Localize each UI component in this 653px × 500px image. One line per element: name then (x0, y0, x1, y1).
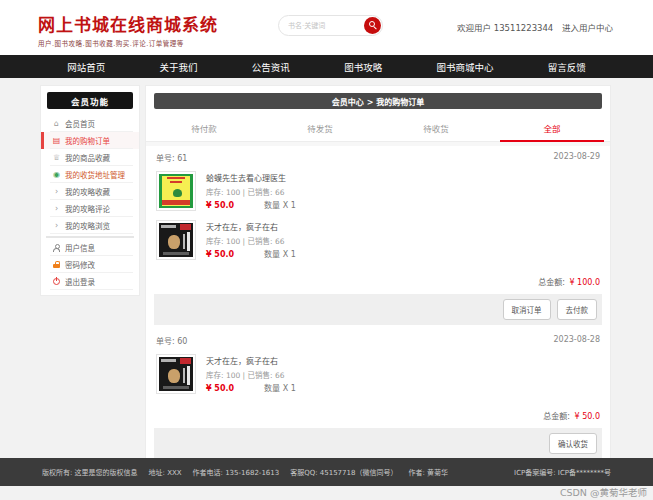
price-line: ¥ 50.0 数量 X 1 (206, 382, 296, 393)
sidebar-item-label: 密码修改 (65, 259, 95, 270)
sidebar-item-address-management[interactable]: ◉ 我的收货地址管理 (41, 166, 139, 183)
item-quantity: 数量 X 1 (264, 382, 296, 393)
order-header: 单号: 61 2023-08-29 (154, 142, 602, 171)
item-quantity: 数量 X 1 (264, 199, 296, 210)
sidebar-item-product-favorites[interactable]: ♕ 我的商品收藏 (41, 149, 139, 166)
home-icon: ⌂ (51, 119, 62, 128)
site-subtitle: 用户.图书攻略.图书收藏.购买.评论.订单管理等 (38, 38, 218, 48)
orders-panel: 会员中心 > 我的购物订单 待付款 待发货 待收货 全部 单号: 61 2023… (145, 85, 611, 472)
item-info: 天才在左，疯子在右 库存: 100 | 已销售: 66 ¥ 50.0 数量 X … (206, 220, 296, 260)
confirm-receipt-button[interactable]: 确认收货 (549, 433, 597, 454)
online-bookstore-page: { "colors": { "brand_red": "#c01212", "a… (0, 0, 653, 500)
order-line-item: 天才在左，疯子在右 库存: 100 | 已销售: 66 ¥ 50.0 数量 X … (156, 354, 600, 394)
brand: 网上书城在线商城系统 用户.图书攻略.图书收藏.购买.评论.订单管理等 (38, 11, 218, 48)
user-icon (51, 244, 62, 252)
sidebar-item-label: 退出登录 (65, 276, 95, 287)
sidebar-item-member-home[interactable]: ⌂ 会员首页 (41, 115, 139, 132)
power-icon (51, 278, 62, 285)
footer-phone: 作者电话: 135-1682-1613 (193, 467, 280, 477)
nav-item-about[interactable]: 关于我们 (159, 60, 197, 74)
tab-pending-payment[interactable]: 待付款 (146, 115, 262, 141)
page-header: 网上书城在线商城系统 用户.图书攻略.图书收藏.购买.评论.订单管理等 欢迎用户… (0, 0, 653, 55)
cancel-order-button[interactable]: 取消订单 (503, 299, 551, 320)
sidebar-title: 会员功能 (47, 92, 133, 109)
user-center-link[interactable]: 进入用户中心 (562, 23, 613, 33)
crown-icon: ♕ (51, 153, 62, 162)
page-footer: 版权所有: 这里是您的版权信息 地址: XXX 作者电话: 135-1682-1… (0, 458, 653, 486)
footer-author: 作者: 黄菊华 (408, 467, 448, 477)
search-icon (369, 21, 375, 27)
item-price: ¥ 50.0 (206, 384, 234, 393)
sidebar-item-label: 会员首页 (65, 118, 95, 129)
price-line: ¥ 50.0 数量 X 1 (206, 199, 296, 210)
total-amount: ¥ 100.0 (569, 278, 600, 287)
tab-all[interactable]: 全部 (494, 115, 610, 141)
order-total-row: 总金额: ¥ 100.0 (154, 269, 602, 294)
book-title[interactable]: 天才在左，疯子在右 (206, 355, 296, 366)
search-button[interactable] (364, 17, 381, 34)
item-info: 蛤蟆先生去看心理医生 库存: 100 | 已销售: 66 ¥ 50.0 数量 X… (206, 171, 296, 211)
footer-copyright: 版权所有: 这里是您的版权信息 (42, 467, 138, 477)
order-line-item: 天才在左，疯子在右 库存: 100 | 已销售: 66 ¥ 50.0 数量 X … (156, 220, 600, 260)
stock-sold-line: 库存: 100 | 已销售: 66 (206, 235, 296, 246)
book-cover-art (159, 357, 193, 391)
item-info: 天才在左，疯子在右 库存: 100 | 已销售: 66 ¥ 50.0 数量 X … (206, 354, 296, 394)
nav-item-book-mall[interactable]: 图书商城中心 (436, 60, 493, 74)
nav-item-feedback[interactable]: 留言反馈 (548, 60, 586, 74)
book-title[interactable]: 蛤蟆先生去看心理医生 (206, 172, 296, 183)
sidebar-item-my-orders[interactable]: ▤ 我的购物订单 (41, 132, 139, 149)
book-cover-thumbnail[interactable] (156, 354, 196, 394)
total-label: 总金额: (538, 278, 565, 287)
sidebar-item-label: 我的购物订单 (65, 135, 110, 146)
order-date: 2023-08-28 (554, 335, 601, 346)
total-label: 总金额: (543, 412, 570, 421)
stock-sold-line: 库存: 100 | 已销售: 66 (206, 369, 296, 380)
order-status-tabs: 待付款 待发货 待收货 全部 (146, 115, 610, 142)
book-cover-thumbnail[interactable] (156, 171, 196, 211)
order-card: 单号: 60 2023-08-28 天才在左，疯子在右 库存: 100 | 已销… (146, 325, 610, 459)
price-line: ¥ 50.0 数量 X 1 (206, 248, 296, 259)
sidebar-item-guide-comments[interactable]: › 我的攻略评论 (41, 200, 139, 217)
sidebar-item-label: 我的攻略评论 (65, 203, 110, 214)
member-sidebar: 会员功能 ⌂ 会员首页 ▤ 我的购物订单 ♕ 我的商品收藏 ◉ 我的收货地址管理… (40, 85, 140, 296)
sidebar-divider (46, 236, 134, 238)
order-header: 单号: 60 2023-08-28 (154, 325, 602, 354)
chevron-right-icon: › (51, 221, 62, 230)
book-cover-art (159, 223, 193, 257)
breadcrumb: 会员中心 > 我的购物订单 (154, 93, 602, 109)
user-welcome: 欢迎用户 13511223344 进入用户中心 (457, 21, 613, 33)
nav-item-book-guides[interactable]: 图书攻略 (344, 60, 382, 74)
main-nav: 网站首页 关于我们 公告资讯 图书攻略 图书商城中心 留言反馈 (0, 55, 653, 78)
sidebar-item-label: 我的收货地址管理 (65, 169, 125, 180)
item-price: ¥ 50.0 (206, 250, 234, 259)
sidebar-item-logout[interactable]: 退出登录 (41, 273, 139, 290)
tab-pending-receipt[interactable]: 待收货 (378, 115, 494, 141)
stock-sold-line: 库存: 100 | 已销售: 66 (206, 186, 296, 197)
sidebar-item-user-info[interactable]: 用户信息 (41, 239, 139, 256)
lock-icon (51, 261, 62, 269)
book-cover-thumbnail[interactable] (156, 220, 196, 260)
chevron-right-icon: › (51, 187, 62, 196)
nav-item-announcements[interactable]: 公告资讯 (252, 60, 290, 74)
order-date: 2023-08-29 (554, 152, 601, 163)
chevron-right-icon: › (51, 204, 62, 213)
sidebar-item-label: 用户信息 (65, 242, 95, 253)
welcome-text: 欢迎用户 13511223344 (457, 23, 553, 33)
csdn-watermark: CSDN @黄菊华老师 (560, 485, 647, 499)
location-icon: ◉ (51, 170, 62, 179)
sidebar-item-guide-history[interactable]: › 我的攻略浏览 (41, 217, 139, 234)
book-title[interactable]: 天才在左，疯子在右 (206, 221, 296, 232)
order-line-item: 蛤蟆先生去看心理医生 库存: 100 | 已销售: 66 ¥ 50.0 数量 X… (156, 171, 600, 211)
sidebar-item-change-password[interactable]: 密码修改 (41, 256, 139, 273)
pay-button[interactable]: 去付款 (557, 299, 598, 320)
tab-pending-shipment[interactable]: 待发货 (262, 115, 378, 141)
order-icon: ▤ (51, 136, 62, 145)
sidebar-item-label: 我的攻略浏览 (65, 220, 110, 231)
nav-item-home[interactable]: 网站首页 (67, 60, 105, 74)
search-input[interactable] (288, 17, 358, 34)
order-actions-bar: 确认收货 (154, 428, 602, 459)
order-number: 单号: 60 (156, 335, 187, 346)
book-cover-art (159, 174, 193, 208)
sidebar-item-guide-favorites[interactable]: › 我的攻略收藏 (41, 183, 139, 200)
sidebar-item-label: 我的商品收藏 (65, 152, 110, 163)
